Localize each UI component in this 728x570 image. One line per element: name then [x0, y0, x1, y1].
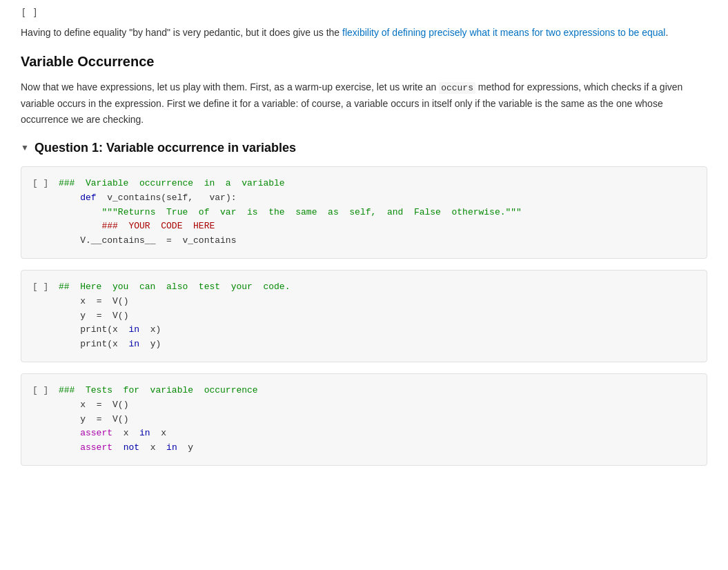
- cell-3-line-5: assert x in x: [59, 426, 696, 441]
- cell-3-line-3: x = V(): [59, 398, 696, 413]
- intro-paragraph: Having to define equality "by hand" is v…: [21, 25, 707, 40]
- cell-3-line-4: y = V(): [59, 413, 696, 427]
- cell-2-line-6: print(x in y): [59, 337, 696, 352]
- cell-1-header: [ ] ### Variable occurrence in a variabl…: [32, 177, 696, 248]
- cell-1-indicator: [ ]: [32, 177, 52, 191]
- cell-2-content: ## Here you can also test your code. x =…: [59, 280, 696, 352]
- question-title: Question 1: Variable occurrence in varia…: [35, 141, 296, 155]
- cell-1-line-5: ### YOUR CODE HERE: [59, 219, 696, 234]
- flexibility-link[interactable]: flexibility of defining precisely what i…: [342, 27, 665, 38]
- code-cell-3[interactable]: [ ] ### Tests for variable occurrence x …: [21, 373, 707, 466]
- question-block: ▼ Question 1: Variable occurrence in var…: [21, 141, 707, 466]
- cell-3-header: [ ] ### Tests for variable occurrence x …: [32, 384, 696, 455]
- cell-2-comment: ## Here you can also test your code.: [59, 280, 696, 295]
- cell-3-indicator: [ ]: [32, 384, 52, 398]
- cell-2-line-3: x = V(): [59, 295, 696, 309]
- code-cell-2[interactable]: [ ] ## Here you can also test your code.…: [21, 270, 707, 362]
- cell-3-line-6: assert not x in y: [59, 441, 696, 455]
- cell-3-comment: ### Tests for variable occurrence: [59, 384, 696, 398]
- code-cell-1[interactable]: [ ] ### Variable occurrence in a variabl…: [21, 166, 707, 259]
- cell-1-line-4: """Returns True of var is the same as se…: [59, 206, 696, 220]
- collapse-arrow: ▼: [21, 143, 29, 153]
- cell-1-content: ### Variable occurrence in a variable de…: [59, 177, 696, 248]
- section-description: Now that we have expressions, let us pla…: [21, 79, 707, 127]
- top-bracket: [ ]: [21, 7, 707, 18]
- cell-3-content: ### Tests for variable occurrence x = V(…: [59, 384, 696, 455]
- cell-1-line-7: V.__contains__ = v_contains: [59, 234, 696, 248]
- cell-1-comment: ### Variable occurrence in a variable: [59, 177, 696, 191]
- cell-2-header: [ ] ## Here you can also test your code.…: [32, 280, 696, 352]
- section-title: Variable Occurrence: [21, 54, 707, 70]
- cell-2-line-4: y = V(): [59, 309, 696, 324]
- question-header[interactable]: ▼ Question 1: Variable occurrence in var…: [21, 141, 707, 155]
- cell-1-line-3: def v_contains(self, var):: [59, 191, 696, 206]
- cell-2-indicator: [ ]: [32, 280, 52, 295]
- page-container: [ ] Having to define equality "by hand" …: [0, 0, 728, 500]
- occurs-inline-code: occurs: [439, 82, 475, 94]
- cell-2-line-5: print(x in x): [59, 323, 696, 337]
